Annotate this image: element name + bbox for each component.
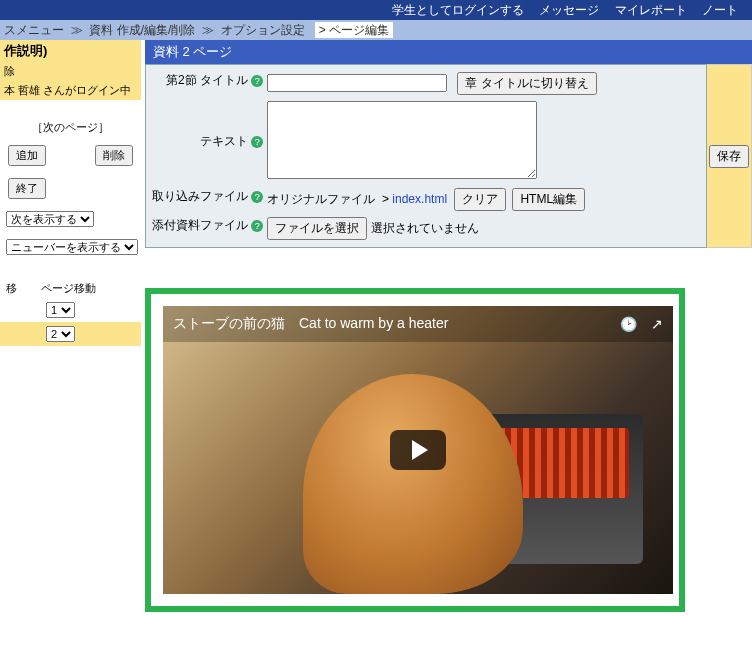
breadcrumb-item[interactable]: スメニュー [4,23,64,37]
messages-link[interactable]: メッセージ [539,3,599,17]
import-file-label: 取り込みファイル [152,189,248,203]
text-input[interactable] [267,101,537,179]
original-file-label: オリジナルファイル [267,192,375,206]
no-file-label: 選択されていません [371,221,479,235]
original-file-link[interactable]: index.html [392,192,447,206]
end-button[interactable]: 終了 [8,178,46,199]
side-delete-row: 除 [0,62,141,81]
watch-later-icon[interactable]: 🕑 [620,316,637,332]
side-header: 作説明) [0,40,141,62]
video-title: ストーブの前の猫 Cat to warm by a heater [173,315,448,333]
breadcrumb-item[interactable]: オプション設定 [221,23,305,37]
help-icon[interactable]: ? [251,136,263,148]
attach-file-label: 添付資料ファイル [152,218,248,232]
help-icon[interactable]: ? [251,220,263,232]
menubar-select[interactable]: ニューバーを表示する [6,239,138,255]
share-icon[interactable]: ↗ [651,316,663,332]
preview-frame: ストーブの前の猫 Cat to warm by a heater 🕑 ↗ [145,288,685,612]
my-report-link[interactable]: マイレポート [615,3,687,17]
text-label: テキスト [200,134,248,148]
side-panel: 作説明) 除 本 哲雄 さんがログイン中 ［次のページ］ 追加 削除 終了 次を… [0,40,141,346]
save-button[interactable]: 保存 [709,145,749,168]
help-icon[interactable]: ? [251,191,263,203]
page-select-2[interactable]: 2 [46,326,75,342]
clear-button[interactable]: クリア [454,188,506,211]
toc-select[interactable]: 次を表示する [6,211,94,227]
cat-illustration [303,374,523,594]
chapter-toggle-button[interactable]: 章 タイトルに切り替え [457,72,596,95]
html-edit-button[interactable]: HTML編集 [512,188,585,211]
video-player[interactable]: ストーブの前の猫 Cat to warm by a heater 🕑 ↗ [163,306,673,594]
edit-form: 第2節 タイトル ? 章 タイトルに切り替え テキスト ? [145,64,707,248]
section-title-input[interactable] [267,74,447,92]
breadcrumb: スメニュー ≫ 資料 作成/編集/削除 ≫ オプション設定 > ページ編集 [0,20,752,40]
page-title: 資料 2 ページ [145,40,752,64]
choose-file-button[interactable]: ファイルを選択 [267,217,367,240]
play-button[interactable] [390,430,446,470]
help-icon[interactable]: ? [251,75,263,87]
breadcrumb-item[interactable]: 資料 作成/編集/削除 [89,23,195,37]
delete-button[interactable]: 削除 [95,145,133,166]
next-page-label: ［次のページ］ [32,121,109,133]
top-bar: 学生としてログインする メッセージ マイレポート ノート [0,0,752,20]
section-title-label: 第2節 タイトル [166,73,248,87]
notes-link[interactable]: ノート [702,3,738,17]
login-status: 本 哲雄 さんがログイン中 [0,81,141,100]
move-label: 移 [6,281,17,296]
page-select-1[interactable]: 1 [46,302,75,318]
page-move-label: ページ移動 [41,281,96,296]
add-button[interactable]: 追加 [8,145,46,166]
login-as-student-link[interactable]: 学生としてログインする [392,3,524,17]
breadcrumb-current: > ページ編集 [315,22,393,38]
